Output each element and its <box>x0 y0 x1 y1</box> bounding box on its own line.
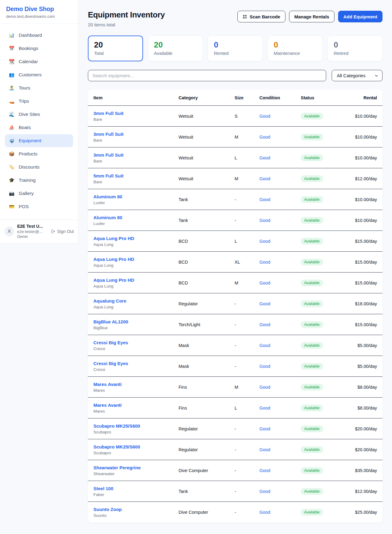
sign-out-button[interactable]: Sign Out <box>51 229 74 234</box>
item-condition-link[interactable]: Good <box>259 447 270 452</box>
sidebar-item-products[interactable]: 📦 Products <box>5 147 73 160</box>
item-name-link[interactable]: Aqua Lung Pro HD <box>93 236 169 241</box>
sidebar-item-trips[interactable]: 🚤 Trips <box>5 95 73 108</box>
item-condition-link[interactable]: Good <box>259 239 270 244</box>
item-brand: Bare <box>93 159 169 163</box>
item-name-link[interactable]: Suunto Zoop <box>93 507 169 512</box>
item-name-link[interactable]: Mares Avanti <box>93 382 169 387</box>
sidebar-item-customers[interactable]: 👥 Customers <box>5 68 73 81</box>
item-rental-rate: $35.00/day <box>342 460 383 481</box>
item-condition-link[interactable]: Good <box>259 468 270 473</box>
sidebar-item-calendar[interactable]: 📆 Calendar <box>5 55 73 68</box>
column-header-condition: Condition <box>254 90 296 106</box>
sidebar-item-discounts[interactable]: 🏷️ Discounts <box>5 161 73 174</box>
add-equipment-label: Add Equipment <box>343 14 377 19</box>
status-badge: Available <box>301 238 323 245</box>
item-condition-link[interactable]: Good <box>259 155 270 160</box>
item-name-link[interactable]: Cressi Big Eyes <box>93 361 169 366</box>
item-condition-link[interactable]: Good <box>259 197 270 202</box>
item-name-link[interactable]: Aqua Lung Pro HD <box>93 277 169 283</box>
stat-card-total[interactable]: 20 Total <box>88 36 143 61</box>
item-condition-link[interactable]: Good <box>259 114 270 119</box>
item-name-link[interactable]: Scubapro MK25/S600 <box>93 444 169 449</box>
item-condition-link[interactable]: Good <box>259 301 270 306</box>
item-category: Tank <box>174 210 230 231</box>
sidebar-item-equipment[interactable]: 🤿 Equipment <box>5 134 73 147</box>
item-condition-link[interactable]: Good <box>259 510 270 515</box>
status-badge: Available <box>301 217 323 224</box>
item-category: Regulator <box>174 439 230 460</box>
item-name-link[interactable]: Aluminum 80 <box>93 215 169 220</box>
sidebar-item-gallery[interactable]: 📷 Gallery <box>5 187 73 200</box>
stat-label: Retired <box>334 51 376 56</box>
brand-name: Demo Dive Shop <box>6 6 72 13</box>
sidebar-item-training[interactable]: 🎓 Training <box>5 174 73 187</box>
table-row: Steel 100 Faber Tank - Good Available $1… <box>88 481 383 502</box>
avatar <box>4 227 14 236</box>
item-name-link[interactable]: Steel 100 <box>93 486 169 491</box>
item-rental-rate: $10.00/day <box>342 189 383 210</box>
user-name: E2E Test U... <box>17 224 47 229</box>
item-condition-link[interactable]: Good <box>259 489 270 494</box>
item-brand: Aqua Lung <box>93 305 169 309</box>
item-brand: Mares <box>93 409 169 414</box>
people-icon: 👥 <box>9 72 15 78</box>
item-condition-link[interactable]: Good <box>259 176 270 181</box>
add-equipment-button[interactable]: Add Equipment <box>338 11 383 22</box>
item-condition-link[interactable]: Good <box>259 218 270 223</box>
item-condition-link[interactable]: Good <box>259 406 270 410</box>
item-category: Mask <box>174 335 230 356</box>
item-name-link[interactable]: 3mm Full Suit <box>93 111 169 116</box>
sidebar-item-pos[interactable]: 💳 POS <box>5 200 73 213</box>
stat-card-rented[interactable]: 0 Rented <box>208 36 263 61</box>
item-name-link[interactable]: Aqua Lung Pro HD <box>93 257 169 262</box>
item-condition-link[interactable]: Good <box>259 260 270 265</box>
item-name-link[interactable]: 3mm Full Suit <box>93 152 169 158</box>
item-condition-link[interactable]: Good <box>259 135 270 139</box>
item-condition-link[interactable]: Good <box>259 280 270 285</box>
item-name-link[interactable]: Cressi Big Eyes <box>93 340 169 345</box>
table-row: Shearwater Peregrine Shearwater Dive Com… <box>88 460 383 481</box>
sidebar-item-tours[interactable]: 🏝️ Tours <box>5 82 73 94</box>
credit-card-icon: 💳 <box>9 204 15 209</box>
calendar-icon: 📅 <box>9 46 15 51</box>
sidebar-item-bookings[interactable]: 📅 Bookings <box>5 42 73 55</box>
stat-card-available[interactable]: 20 Available <box>148 36 203 61</box>
item-name-link[interactable]: Scubapro MK25/S600 <box>93 423 169 429</box>
item-name-link[interactable]: Aluminum 80 <box>93 194 169 199</box>
item-name-link[interactable]: BigBlue AL1200 <box>93 319 169 324</box>
item-brand: Mares <box>93 388 169 393</box>
speedboat-icon: 🚤 <box>9 98 15 104</box>
status-badge: Available <box>301 446 323 453</box>
item-rental-rate: $18.00/day <box>342 293 383 314</box>
item-condition-link[interactable]: Good <box>259 426 270 431</box>
category-select[interactable]: All Categories <box>332 70 383 81</box>
item-name-link[interactable]: Aqualung Core <box>93 298 169 303</box>
item-name-link[interactable]: 3mm Full Suit <box>93 132 169 137</box>
stat-card-maintenance[interactable]: 0 Maintenance <box>268 36 323 61</box>
table-row: Suunto Zoop Suunto Dive Computer - Good … <box>88 502 383 523</box>
item-size: - <box>230 335 254 356</box>
item-name-link[interactable]: Mares Avanti <box>93 402 169 408</box>
item-condition-link[interactable]: Good <box>259 364 270 369</box>
item-condition-link[interactable]: Good <box>259 385 270 390</box>
item-brand: Shearwater <box>93 471 169 476</box>
sidebar-item-dive-sites[interactable]: 🌊 Dive Sites <box>5 108 73 121</box>
item-brand: Suunto <box>93 513 169 518</box>
item-size: - <box>230 418 254 439</box>
item-name-link[interactable]: Shearwater Peregrine <box>93 465 169 470</box>
stat-card-retired[interactable]: 0 Retired <box>327 36 383 61</box>
table-row: Scubapro MK25/S600 Scubapro Regulator - … <box>88 439 383 460</box>
item-condition-link[interactable]: Good <box>259 322 270 327</box>
manage-rentals-label: Manage Rentals <box>294 14 329 19</box>
sidebar-item-boats[interactable]: ⛵ Boats <box>5 121 73 134</box>
search-input[interactable] <box>88 70 326 81</box>
item-rental-rate: $15.00/day <box>342 273 383 293</box>
item-brand: Scubapro <box>93 430 169 434</box>
item-name-link[interactable]: 5mm Full Suit <box>93 173 169 178</box>
sign-out-label: Sign Out <box>57 229 74 234</box>
scan-barcode-button[interactable]: Scan Barcode <box>237 11 285 22</box>
item-condition-link[interactable]: Good <box>259 343 270 348</box>
manage-rentals-button[interactable]: Manage Rentals <box>289 11 334 22</box>
sidebar-item-dashboard[interactable]: 📊 Dashboard <box>5 29 73 42</box>
